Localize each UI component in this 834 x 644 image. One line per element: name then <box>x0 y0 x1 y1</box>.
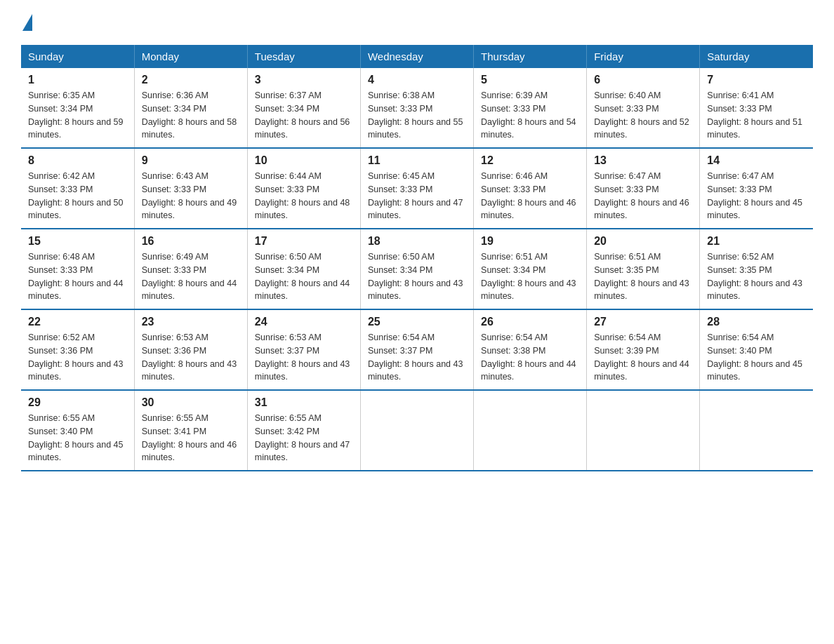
day-info: Sunrise: 6:49 AMSunset: 3:33 PMDaylight:… <box>142 250 240 303</box>
day-number: 6 <box>594 74 692 86</box>
calendar-cell: 23 Sunrise: 6:53 AMSunset: 3:36 PMDaylig… <box>134 309 247 390</box>
day-info: Sunrise: 6:50 AMSunset: 3:34 PMDaylight:… <box>255 250 353 303</box>
day-info: Sunrise: 6:46 AMSunset: 3:33 PMDaylight:… <box>481 170 579 222</box>
day-info: Sunrise: 6:41 AMSunset: 3:33 PMDaylight:… <box>707 89 806 142</box>
day-number: 3 <box>255 74 353 86</box>
calendar-week-row: 15 Sunrise: 6:48 AMSunset: 3:33 PMDaylig… <box>21 229 813 309</box>
day-info: Sunrise: 6:38 AMSunset: 3:33 PMDaylight:… <box>368 89 466 142</box>
day-number: 16 <box>142 235 240 248</box>
day-number: 26 <box>481 316 579 328</box>
calendar-cell: 31 Sunrise: 6:55 AMSunset: 3:42 PMDaylig… <box>247 390 360 471</box>
column-header-thursday: Thursday <box>474 45 587 68</box>
day-number: 30 <box>142 396 240 409</box>
day-info: Sunrise: 6:54 AMSunset: 3:38 PMDaylight:… <box>481 331 579 384</box>
calendar-cell: 21 Sunrise: 6:52 AMSunset: 3:35 PMDaylig… <box>700 229 813 309</box>
calendar-table: SundayMondayTuesdayWednesdayThursdayFrid… <box>21 45 813 471</box>
day-number: 21 <box>707 235 806 248</box>
calendar-cell: 19 Sunrise: 6:51 AMSunset: 3:34 PMDaylig… <box>474 229 587 309</box>
day-number: 17 <box>255 235 353 248</box>
day-info: Sunrise: 6:40 AMSunset: 3:33 PMDaylight:… <box>594 89 692 142</box>
calendar-cell: 3 Sunrise: 6:37 AMSunset: 3:34 PMDayligh… <box>247 68 360 148</box>
day-info: Sunrise: 6:39 AMSunset: 3:33 PMDaylight:… <box>481 89 579 142</box>
day-info: Sunrise: 6:48 AMSunset: 3:33 PMDaylight:… <box>28 250 127 303</box>
calendar-cell: 18 Sunrise: 6:50 AMSunset: 3:34 PMDaylig… <box>360 229 473 309</box>
day-info: Sunrise: 6:53 AMSunset: 3:37 PMDaylight:… <box>255 331 353 384</box>
calendar-header-row: SundayMondayTuesdayWednesdayThursdayFrid… <box>21 45 813 68</box>
calendar-cell: 7 Sunrise: 6:41 AMSunset: 3:33 PMDayligh… <box>700 68 813 148</box>
page-header <box>21 14 813 34</box>
column-header-friday: Friday <box>587 45 700 68</box>
calendar-cell: 13 Sunrise: 6:47 AMSunset: 3:33 PMDaylig… <box>587 148 700 229</box>
day-info: Sunrise: 6:50 AMSunset: 3:34 PMDaylight:… <box>368 250 466 303</box>
logo <box>21 14 32 34</box>
day-info: Sunrise: 6:45 AMSunset: 3:33 PMDaylight:… <box>368 170 466 222</box>
calendar-week-row: 1 Sunrise: 6:35 AMSunset: 3:34 PMDayligh… <box>21 68 813 148</box>
logo-triangle-icon <box>22 14 32 31</box>
column-header-sunday: Sunday <box>21 45 134 68</box>
day-number: 8 <box>28 154 127 167</box>
day-info: Sunrise: 6:54 AMSunset: 3:37 PMDaylight:… <box>368 331 466 384</box>
day-number: 1 <box>28 74 127 86</box>
calendar-cell <box>360 390 473 471</box>
calendar-cell: 22 Sunrise: 6:52 AMSunset: 3:36 PMDaylig… <box>21 309 134 390</box>
calendar-cell: 4 Sunrise: 6:38 AMSunset: 3:33 PMDayligh… <box>360 68 473 148</box>
day-number: 7 <box>707 74 806 86</box>
calendar-cell: 15 Sunrise: 6:48 AMSunset: 3:33 PMDaylig… <box>21 229 134 309</box>
calendar-cell: 12 Sunrise: 6:46 AMSunset: 3:33 PMDaylig… <box>474 148 587 229</box>
calendar-cell: 20 Sunrise: 6:51 AMSunset: 3:35 PMDaylig… <box>587 229 700 309</box>
day-info: Sunrise: 6:55 AMSunset: 3:40 PMDaylight:… <box>28 412 127 464</box>
day-number: 23 <box>142 316 240 328</box>
calendar-cell: 10 Sunrise: 6:44 AMSunset: 3:33 PMDaylig… <box>247 148 360 229</box>
calendar-cell <box>700 390 813 471</box>
day-number: 18 <box>368 235 466 248</box>
day-number: 24 <box>255 316 353 328</box>
calendar-cell: 6 Sunrise: 6:40 AMSunset: 3:33 PMDayligh… <box>587 68 700 148</box>
day-info: Sunrise: 6:35 AMSunset: 3:34 PMDaylight:… <box>28 89 127 142</box>
calendar-cell: 5 Sunrise: 6:39 AMSunset: 3:33 PMDayligh… <box>474 68 587 148</box>
calendar-cell: 2 Sunrise: 6:36 AMSunset: 3:34 PMDayligh… <box>134 68 247 148</box>
calendar-cell <box>474 390 587 471</box>
day-info: Sunrise: 6:54 AMSunset: 3:39 PMDaylight:… <box>594 331 692 384</box>
day-number: 20 <box>594 235 692 248</box>
day-number: 13 <box>594 154 692 167</box>
day-number: 11 <box>368 154 466 167</box>
day-number: 22 <box>28 316 127 328</box>
calendar-cell: 9 Sunrise: 6:43 AMSunset: 3:33 PMDayligh… <box>134 148 247 229</box>
day-number: 25 <box>368 316 466 328</box>
day-info: Sunrise: 6:52 AMSunset: 3:35 PMDaylight:… <box>707 250 806 303</box>
day-number: 5 <box>481 74 579 86</box>
day-info: Sunrise: 6:51 AMSunset: 3:34 PMDaylight:… <box>481 250 579 303</box>
calendar-week-row: 22 Sunrise: 6:52 AMSunset: 3:36 PMDaylig… <box>21 309 813 390</box>
column-header-wednesday: Wednesday <box>360 45 473 68</box>
day-info: Sunrise: 6:44 AMSunset: 3:33 PMDaylight:… <box>255 170 353 222</box>
day-number: 10 <box>255 154 353 167</box>
calendar-cell: 17 Sunrise: 6:50 AMSunset: 3:34 PMDaylig… <box>247 229 360 309</box>
calendar-cell: 11 Sunrise: 6:45 AMSunset: 3:33 PMDaylig… <box>360 148 473 229</box>
day-number: 14 <box>707 154 806 167</box>
day-info: Sunrise: 6:36 AMSunset: 3:34 PMDaylight:… <box>142 89 240 142</box>
day-info: Sunrise: 6:47 AMSunset: 3:33 PMDaylight:… <box>594 170 692 222</box>
calendar-cell: 29 Sunrise: 6:55 AMSunset: 3:40 PMDaylig… <box>21 390 134 471</box>
calendar-cell: 14 Sunrise: 6:47 AMSunset: 3:33 PMDaylig… <box>700 148 813 229</box>
calendar-cell: 24 Sunrise: 6:53 AMSunset: 3:37 PMDaylig… <box>247 309 360 390</box>
day-info: Sunrise: 6:53 AMSunset: 3:36 PMDaylight:… <box>142 331 240 384</box>
day-info: Sunrise: 6:37 AMSunset: 3:34 PMDaylight:… <box>255 89 353 142</box>
day-info: Sunrise: 6:54 AMSunset: 3:40 PMDaylight:… <box>707 331 806 384</box>
day-number: 28 <box>707 316 806 328</box>
column-header-monday: Monday <box>134 45 247 68</box>
day-number: 9 <box>142 154 240 167</box>
day-number: 4 <box>368 74 466 86</box>
day-info: Sunrise: 6:55 AMSunset: 3:42 PMDaylight:… <box>255 412 353 464</box>
day-info: Sunrise: 6:55 AMSunset: 3:41 PMDaylight:… <box>142 412 240 464</box>
day-number: 29 <box>28 396 127 409</box>
day-number: 19 <box>481 235 579 248</box>
calendar-cell: 16 Sunrise: 6:49 AMSunset: 3:33 PMDaylig… <box>134 229 247 309</box>
day-info: Sunrise: 6:51 AMSunset: 3:35 PMDaylight:… <box>594 250 692 303</box>
calendar-cell: 27 Sunrise: 6:54 AMSunset: 3:39 PMDaylig… <box>587 309 700 390</box>
day-info: Sunrise: 6:47 AMSunset: 3:33 PMDaylight:… <box>707 170 806 222</box>
calendar-cell: 30 Sunrise: 6:55 AMSunset: 3:41 PMDaylig… <box>134 390 247 471</box>
day-info: Sunrise: 6:52 AMSunset: 3:36 PMDaylight:… <box>28 331 127 384</box>
calendar-cell: 26 Sunrise: 6:54 AMSunset: 3:38 PMDaylig… <box>474 309 587 390</box>
calendar-cell: 28 Sunrise: 6:54 AMSunset: 3:40 PMDaylig… <box>700 309 813 390</box>
day-info: Sunrise: 6:43 AMSunset: 3:33 PMDaylight:… <box>142 170 240 222</box>
